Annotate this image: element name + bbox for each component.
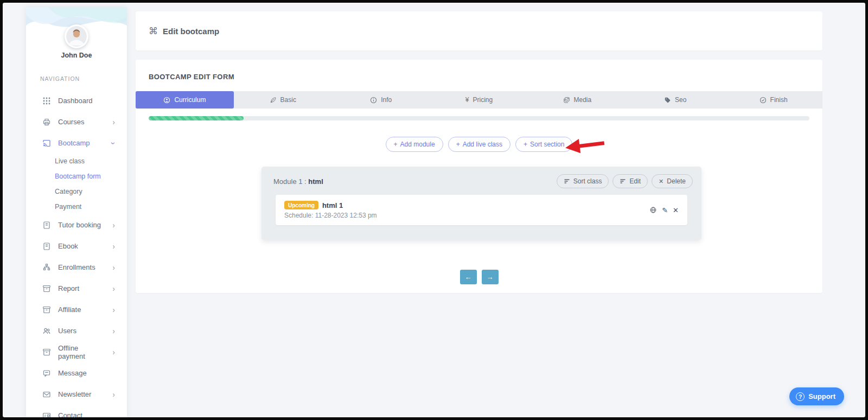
button-label: Edit (629, 177, 641, 185)
sidebar-item-newsletter[interactable]: Newsletter › (26, 384, 127, 405)
prev-step-button[interactable]: ← (460, 270, 477, 284)
add-module-button[interactable]: + Add module (386, 137, 443, 152)
next-step-button[interactable]: → (482, 270, 499, 284)
sidebar-item-label: Contact (58, 411, 82, 417)
command-icon: ⌘ (149, 26, 158, 37)
admin-page: John Doe NAVIGATION Dashboard Courses › … (3, 3, 865, 417)
tab-info[interactable]: Info (332, 91, 430, 109)
journal-icon (42, 221, 51, 230)
class-schedule: Schedule: 11-28-2023 12:53 pm (284, 212, 377, 219)
sort-icon (620, 178, 626, 184)
sidebar-item-label: Users (58, 327, 76, 335)
form-card-title: BOOTCAMP EDIT FORM (136, 60, 822, 81)
chevron-right-icon: › (112, 391, 115, 398)
pencil-icon[interactable]: ✎ (662, 207, 668, 214)
close-icon: ✕ (659, 178, 663, 185)
tab-pricing[interactable]: ¥ Pricing (430, 91, 528, 109)
module-header: Module 1 : html Sort class Edit ✕ Delete (261, 167, 701, 194)
sidebar-item-users[interactable]: Users › (26, 320, 127, 341)
sidebar-item-bootcamp[interactable]: Bootcamp › (26, 132, 127, 154)
class-info: Upcoming html 1 Schedule: 11-28-2023 12:… (284, 201, 377, 219)
sidebar-item-courses[interactable]: Courses › (26, 111, 127, 132)
sidebar-item-label: Enrollments (58, 263, 95, 271)
plus-icon: + (524, 141, 527, 148)
sidebar-item-dashboard[interactable]: Dashboard (26, 90, 127, 111)
sidebar-subitem-payment[interactable]: Payment (26, 199, 127, 214)
curriculum-actions: + Add module + Add live class + Sort sec… (136, 137, 822, 152)
sort-icon (564, 178, 570, 184)
sidebar-item-tutor-booking[interactable]: Tutor booking › (26, 214, 127, 236)
class-name: html 1 (322, 201, 343, 209)
nav-list: Dashboard Courses › Bootcamp › Live clas… (26, 90, 127, 417)
check-circle-icon (760, 97, 767, 104)
tab-curriculum[interactable]: Curriculum (136, 91, 234, 109)
sidebar-item-label: Message (58, 369, 87, 377)
tab-basic[interactable]: Basic (234, 91, 332, 109)
delete-module-button[interactable]: ✕ Delete (652, 174, 693, 188)
tag-icon (664, 97, 671, 104)
wizard-tabs: Curriculum Basic Info ¥ Pricing Media Se… (136, 91, 822, 109)
button-label: Sort class (573, 177, 602, 185)
nav-section-label: NAVIGATION (40, 75, 80, 82)
sidebar: John Doe NAVIGATION Dashboard Courses › … (26, 7, 127, 417)
tab-label: Curriculum (174, 96, 206, 104)
images-icon (563, 97, 570, 104)
sidebar-item-enrollments[interactable]: Enrollments › (26, 257, 127, 278)
support-label: Support (808, 392, 835, 400)
envelope-icon (42, 390, 51, 399)
sidebar-item-contact[interactable]: Contact (26, 405, 127, 417)
sidebar-item-affiliate[interactable]: Affiliate › (26, 299, 127, 320)
class-row: Upcoming html 1 Schedule: 11-28-2023 12:… (276, 195, 687, 225)
grid-icon (42, 97, 51, 105)
close-icon[interactable]: ✕ (673, 207, 679, 214)
bootcamp-submenu: Live class Bootcamp form Category Paymen… (26, 154, 127, 214)
sidebar-item-ebook[interactable]: Ebook › (26, 236, 127, 257)
tab-label: Pricing (473, 96, 493, 104)
status-badge: Upcoming (284, 201, 318, 209)
plus-icon: + (394, 141, 398, 148)
user-name: John Doe (26, 52, 127, 59)
module-title: Module 1 : html (273, 177, 323, 186)
tab-label: Info (381, 96, 392, 104)
add-live-class-button[interactable]: + Add live class (448, 137, 510, 152)
sidebar-item-label: Ebook (58, 242, 78, 250)
sidebar-item-label: Newsletter (58, 390, 91, 398)
support-button[interactable]: ? Support (789, 387, 844, 405)
module-card: Module 1 : html Sort class Edit ✕ Delete (261, 167, 701, 240)
chat-icon (42, 369, 51, 378)
tab-finish[interactable]: Finish (724, 91, 822, 109)
journal-icon (42, 242, 51, 251)
tab-media[interactable]: Media (528, 91, 626, 109)
users-icon (42, 327, 51, 335)
chevron-down-icon: › (110, 142, 118, 144)
sidebar-item-label: Dashboard (58, 97, 93, 105)
question-icon: ? (796, 392, 805, 401)
button-label: Delete (667, 177, 686, 185)
wizard-progress-fill (149, 116, 244, 120)
bootcamp-edit-form-card: BOOTCAMP EDIT FORM Curriculum Basic Info… (136, 60, 822, 293)
module-title-name: html (308, 177, 323, 186)
page-title: Edit bootcamp (163, 27, 219, 36)
chevron-right-icon: › (112, 243, 115, 250)
id-card-icon (42, 411, 51, 418)
class-actions: ✎ ✕ (649, 206, 679, 214)
tab-label: Media (574, 96, 592, 104)
page-header: ⌘ Edit bootcamp (136, 11, 822, 50)
sidebar-subitem-live-class[interactable]: Live class (26, 154, 127, 169)
avatar[interactable] (65, 24, 88, 48)
archive-icon (42, 348, 51, 357)
chevron-right-icon: › (112, 264, 115, 271)
module-buttons: Sort class Edit ✕ Delete (557, 174, 693, 188)
avatar-photo (66, 26, 87, 47)
sitemap-icon (42, 263, 51, 272)
sidebar-item-report[interactable]: Report › (26, 278, 127, 299)
sort-class-button[interactable]: Sort class (557, 174, 609, 188)
edit-module-button[interactable]: Edit (612, 174, 648, 188)
tab-seo[interactable]: Seo (626, 91, 724, 109)
sidebar-item-offline-payment[interactable]: Offline payment › (26, 341, 127, 362)
sidebar-item-message[interactable]: Message (26, 362, 127, 384)
chevron-right-icon: › (112, 306, 115, 314)
sidebar-subitem-bootcamp-form[interactable]: Bootcamp form (26, 169, 127, 184)
sidebar-subitem-category[interactable]: Category (26, 184, 127, 199)
meeting-globe-icon[interactable] (649, 206, 657, 214)
